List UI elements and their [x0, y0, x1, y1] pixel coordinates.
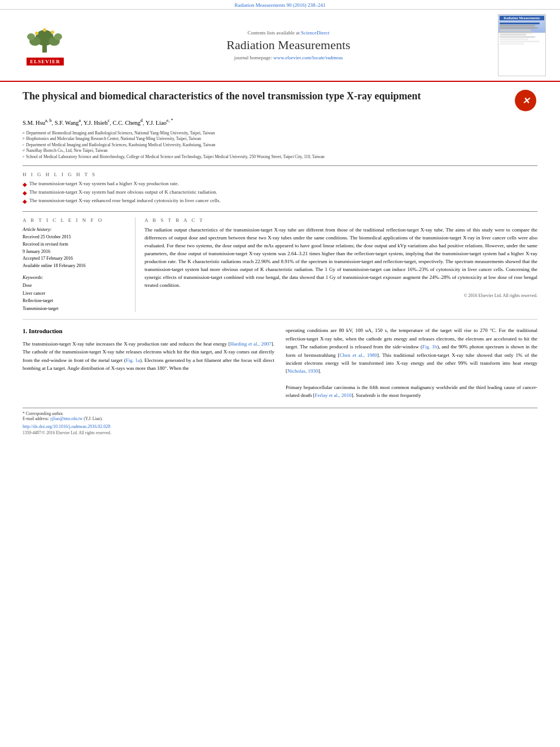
corresponding-note: * Corresponding author.	[23, 411, 537, 416]
ref-chen[interactable]: Chen et al., 1980	[340, 352, 378, 358]
author-1: S.M. Hsu	[23, 120, 45, 126]
affiliations: a Department of Biomedical Imaging and R…	[23, 130, 537, 160]
elsevier-logo-section: ELSEVIER	[11, 25, 79, 65]
journal-cover-image: Radiation Measurements	[498, 14, 546, 76]
ref-fig1a[interactable]: Fig. 1a	[126, 357, 140, 363]
article-history: Article history: Received 25 October 201…	[23, 226, 128, 270]
divider-2	[23, 211, 537, 212]
abstract-text: The radiation output characteristics of …	[145, 226, 537, 290]
ref-nicholas[interactable]: Nicholas, 1930	[287, 368, 318, 374]
abstract-column: A B S T R A C T The radiation output cha…	[145, 217, 537, 312]
journal-title-section: Contents lists available at ScienceDirec…	[79, 30, 498, 60]
bullet-1: ◆	[23, 180, 27, 189]
history-label: Article history:	[23, 226, 128, 232]
ref-ferlay[interactable]: Ferlay et al., 2010	[314, 392, 351, 398]
abstract-heading: A B S T R A C T	[145, 217, 537, 223]
body-col-left: 1. Introduction The transmission-target …	[23, 326, 274, 400]
bullet-3: ◆	[23, 197, 27, 206]
history-accepted: Accepted 17 February 2016	[23, 255, 128, 263]
authors-line: S.M. Hsua, b, S.F. Wanga, Y.J. Hsiehc, C…	[23, 118, 537, 126]
history-revised-date: 9 January 2016	[23, 248, 128, 256]
main-content: The physical and biomedical characterist…	[0, 82, 560, 443]
crossmark-badge: ✕	[515, 90, 537, 112]
article-title: The physical and biomedical characterist…	[23, 90, 509, 103]
svg-point-7	[51, 30, 54, 34]
body-col-right: operating conditions are 80 kV, 100 uA, …	[286, 326, 537, 400]
intro-col1-text: The transmission-target X-ray tube incre…	[23, 340, 274, 373]
author-5: Y.J. Liao	[146, 120, 167, 126]
elsevier-logo: ELSEVIER	[11, 25, 79, 65]
divider-1	[23, 165, 537, 166]
svg-point-5	[54, 33, 62, 40]
highlights-heading: H I G H L I G H T S	[23, 172, 537, 177]
author-4: C.C. Cheng	[113, 120, 141, 126]
affiliation-c: c Department of Medical Imaging and Radi…	[23, 142, 537, 148]
doi-link[interactable]: http://dx.doi.org/10.1016/j.radmeas.2016…	[23, 424, 110, 429]
elsevier-brand-label: ELSEVIER	[27, 58, 64, 65]
science-direct-link[interactable]: ScienceDirect	[301, 30, 329, 36]
highlight-3: ◆ The transmission-target X-ray enhanced…	[23, 197, 537, 206]
history-received: Received 25 October 2015	[23, 234, 128, 241]
svg-point-8	[43, 28, 46, 32]
email-link[interactable]: yjliao@tmu.edu.tw	[50, 416, 83, 421]
journal-top: ELSEVIER Contents lists available at Sci…	[0, 10, 560, 82]
article-info-column: A R T I C L E I N F O Article history: R…	[23, 217, 135, 312]
highlight-1: ◆ The transmission-target X-ray system h…	[23, 180, 537, 189]
homepage-link[interactable]: www.elsevier.com/locate/radmeas	[273, 55, 343, 60]
affiliation-d: d NanoRay Biotech Co., Ltd, New Taipei, …	[23, 148, 537, 154]
kw-reflection: Reflection-target	[23, 297, 128, 305]
ref-harding[interactable]: Harding et al., 2007	[230, 341, 272, 347]
article-info-heading: A R T I C L E I N F O	[23, 217, 128, 223]
body-section: 1. Introduction The transmission-target …	[23, 326, 537, 400]
kw-transmission: Transmission-target	[23, 305, 128, 313]
article-title-section: The physical and biomedical characterist…	[23, 90, 537, 112]
elsevier-tree-icon	[23, 25, 68, 56]
body-divider	[23, 319, 537, 320]
highlight-2: ◆ The transmission-target X-ray system h…	[23, 189, 537, 197]
info-abstract-section: A R T I C L E I N F O Article history: R…	[23, 217, 537, 312]
doi-line: http://dx.doi.org/10.1016/j.radmeas.2016…	[23, 424, 537, 429]
svg-text:✕: ✕	[522, 96, 531, 106]
journal-cover: Radiation Measurements	[498, 14, 549, 76]
journal-homepage: journal homepage: www.elsevier.com/locat…	[79, 55, 498, 60]
email-note: E-mail address: yjliao@tmu.edu.tw (Y.J. …	[23, 416, 537, 421]
author-3: Y.J. Hsieh	[84, 120, 108, 126]
journal-title: Radiation Measurements	[79, 38, 498, 53]
crossmark-icon: ✕	[515, 90, 536, 111]
keywords-heading: Keywords:	[23, 274, 128, 280]
kw-livercancer: Liver cancer	[23, 290, 128, 298]
journal-header-bar: Radiation Measurements 90 (2016) 238–241	[0, 0, 560, 10]
cover-brand: Radiation Measurements	[500, 16, 544, 20]
affiliation-b: b Biophotonics and Molecular Imaging Res…	[23, 136, 537, 142]
author-2: S.F. Wang	[55, 120, 79, 126]
affiliation-e: e School of Medical Laboratory Science a…	[23, 154, 537, 160]
intro-col2-text: operating conditions are 80 kV, 100 uA, …	[286, 326, 537, 400]
svg-point-4	[27, 33, 35, 40]
svg-point-6	[35, 32, 38, 35]
ref-fig1b[interactable]: Fig. 1b	[422, 344, 437, 350]
keywords-section: Keywords: Dose Liver cancer Reflection-t…	[23, 274, 128, 312]
footnote-section: * Corresponding author. E-mail address: …	[23, 408, 537, 435]
history-online: Available online 18 February 2016	[23, 263, 128, 270]
copyright-line: © 2016 Elsevier Ltd. All rights reserved…	[145, 293, 537, 298]
history-revised: Received in revised form	[23, 241, 128, 248]
affiliation-a: a Department of Biomedical Imaging and R…	[23, 130, 537, 137]
science-direct-line: Contents lists available at ScienceDirec…	[79, 30, 498, 36]
kw-dose: Dose	[23, 282, 128, 290]
journal-citation: Radiation Measurements 90 (2016) 238–241	[235, 2, 326, 8]
bullet-2: ◆	[23, 189, 27, 197]
highlights-section: H I G H L I G H T S ◆ The transmission-t…	[23, 172, 537, 206]
intro-heading: 1. Introduction	[23, 326, 274, 337]
issn-line: 1350-4487/© 2016 Elsevier Ltd. All right…	[23, 430, 537, 435]
